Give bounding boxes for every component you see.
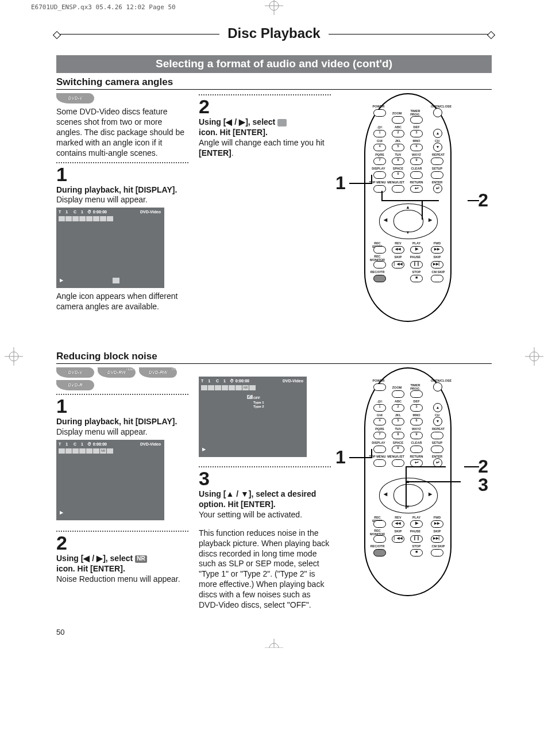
intro-text: Some DVD-Video discs feature scenes shot… [56, 107, 188, 159]
disc-label: DVD-Video [140, 210, 161, 215]
subheader-bar: Selecting a format of audio and video (c… [56, 55, 492, 73]
step-heading: During playback, hit [DISPLAY]. [56, 185, 188, 195]
step-heading: During playback, hit [DISPLAY]. [56, 417, 188, 427]
play-icon: ▶ [202, 447, 206, 452]
remote-key-display [373, 171, 386, 179]
play-icon: ▶ [60, 278, 63, 283]
display-screenshot-nr: T 1 C 1 ⏱ 0:00:00 NR DVD-Video OFF Type … [199, 377, 307, 457]
remote-diagram: POWER OPEN/CLOSE ZOOM TIMER PROG. .@/: A… [364, 93, 451, 322]
section-heading: Switching camera angles [56, 76, 492, 90]
nr-icon: NR [135, 555, 146, 563]
step-body: Display menu will appear. [56, 195, 188, 205]
nr-menu: OFF Type 1 Type 2 [247, 395, 264, 409]
remote-nav-center [393, 210, 423, 232]
step-body: Angle will change each time you hit [ENT… [199, 138, 331, 159]
step-body: This function reduces noise in the playb… [199, 528, 331, 611]
crop-mark-top [263, 0, 285, 17]
page-number: 50 [56, 628, 492, 636]
display-screenshot: T 1 C 1 ⏱ 0:00:00 NR DVD-Video ▶ [56, 440, 164, 520]
remote-callout-1: 1 [335, 447, 346, 468]
disc-badge-dvd-rw-vr: VRDVD-RW [139, 367, 177, 378]
display-screenshot: T 1 C 1 ⏱ 0:00:00 DVD-Video ▶ [56, 208, 164, 288]
step-number: 2 [56, 533, 188, 552]
remote-callout-3: 3 [478, 474, 488, 496]
disc-badge-row: DVD-V VideoDVD-RW VRDVD-RW [56, 367, 188, 378]
disc-badge-dvd-rw-video: VideoDVD-RW [98, 367, 136, 378]
step-body: Noise Reduction menu will appear. [56, 574, 188, 585]
step-number: 1 [56, 396, 188, 416]
step-number: 3 [199, 469, 331, 488]
play-icon: ▶ [60, 510, 63, 516]
disc-badge-dvd-v: DVD-V [56, 93, 94, 103]
disc-badge-row: DVD-V [56, 93, 188, 103]
crop-mark-left [2, 345, 25, 368]
step-number: 1 [56, 164, 188, 184]
step-heading: Using [▲ / ▼], select a desired option. … [199, 489, 331, 510]
page-title: Disc Playback [219, 25, 328, 41]
remote-callout-1: 1 [335, 172, 346, 194]
crop-mark-right [523, 345, 546, 368]
crop-mark-bottom [263, 636, 285, 648]
remote-key-enter: ↵ [433, 184, 442, 193]
step-body: Your setting will be activated. [199, 510, 331, 520]
disc-label: DVD-Video [283, 379, 303, 384]
step-body: Display menu will appear. [56, 427, 188, 438]
disc-badge-dvd-v: DVD-V [56, 367, 94, 378]
remote-key-1: 1 [373, 130, 386, 137]
disc-label: DVD-Video [140, 442, 161, 447]
step-heading: Using [◀ / ▶], select icon. Hit [ENTER]. [199, 117, 331, 138]
remote-callout-2: 2 [478, 190, 488, 211]
angle-icon [113, 278, 119, 283]
angle-icon [277, 119, 287, 126]
section-heading: Reducing block noise [56, 351, 492, 364]
step-number: 2 [199, 97, 331, 116]
page-title-bar: Disc Playback [56, 34, 492, 51]
disc-badge-dvd-r: DVD-R [56, 380, 94, 390]
step-heading: Using [◀ / ▶], select NR icon. Hit [ENTE… [56, 554, 188, 574]
step-caption: Angle icon appears when different camera… [56, 291, 188, 312]
